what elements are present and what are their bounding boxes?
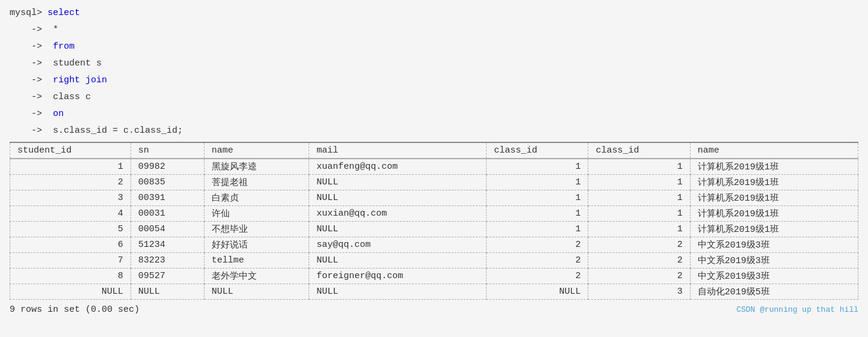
- table-cell: NULL: [309, 222, 487, 237]
- table-cell: 计算机系2019级1班: [690, 222, 858, 237]
- table-cell: 1: [487, 190, 588, 206]
- table-cell: 菩提老祖: [204, 175, 309, 190]
- table-cell: 计算机系2019级1班: [690, 190, 858, 206]
- table-cell: 51234: [131, 237, 204, 253]
- table-cell: 许仙: [204, 206, 309, 222]
- query-line-1: mysql> select: [10, 6, 858, 20]
- table-cell: 83223: [131, 253, 204, 269]
- table-cell: 2: [588, 237, 690, 253]
- table-cell: 不想毕业: [204, 222, 309, 237]
- table-cell: 2: [487, 269, 588, 284]
- table-cell: 8: [10, 269, 131, 284]
- col-header-class-id1: class_id: [487, 142, 588, 159]
- table-cell: 1: [487, 175, 588, 190]
- table-row: 783223tellmeNULL22中文系2019级3班: [10, 253, 858, 269]
- table-cell: 2: [588, 269, 690, 284]
- table-cell: xuxian@qq.com: [309, 206, 487, 222]
- col-header-mail: mail: [309, 142, 487, 159]
- table-cell: 5: [10, 222, 131, 237]
- table-cell: 1: [588, 175, 690, 190]
- table-cell: NULL: [204, 284, 309, 300]
- table-row: NULLNULLNULLNULLNULL3自动化2019级5班: [10, 284, 858, 300]
- terminal-window: mysql> select -> * -> from -> student s …: [0, 0, 868, 337]
- table-cell: NULL: [487, 284, 588, 300]
- table-cell: foreigner@qq.com: [309, 269, 487, 284]
- table-cell: 2: [487, 253, 588, 269]
- table-cell: NULL: [309, 190, 487, 206]
- table-cell: 1: [487, 206, 588, 222]
- table-cell: 3: [10, 190, 131, 206]
- table-cell: 7: [10, 253, 131, 269]
- col-header-name1: name: [204, 142, 309, 159]
- table-cell: 2: [487, 237, 588, 253]
- table-cell: 00054: [131, 222, 204, 237]
- query-line-7: -> on: [10, 107, 858, 121]
- table-cell: 00391: [131, 190, 204, 206]
- table-cell: 中文系2019级3班: [690, 269, 858, 284]
- table-cell: NULL: [309, 284, 487, 300]
- query-line-5: -> right join: [10, 73, 858, 88]
- table-cell: 中文系2019级3班: [690, 253, 858, 269]
- prompt-7: ->: [10, 109, 48, 119]
- col-header-student-id: student_id: [10, 142, 131, 159]
- table-cell: xuanfeng@qq.com: [309, 159, 487, 175]
- table-row: 651234好好说话say@qq.com22中文系2019级3班: [10, 237, 858, 253]
- table-cell: 1: [10, 159, 131, 175]
- table-cell: 00031: [131, 206, 204, 222]
- table-cell: 1: [588, 190, 690, 206]
- col-header-name2: name: [690, 142, 858, 159]
- table-cell: tellme: [204, 253, 309, 269]
- table-cell: 4: [10, 206, 131, 222]
- table-cell: 2: [10, 175, 131, 190]
- table-cell: 计算机系2019级1班: [690, 175, 858, 190]
- table-row: 400031许仙xuxian@qq.com11计算机系2019级1班: [10, 206, 858, 222]
- table-cell: 00835: [131, 175, 204, 190]
- prompt-4: ->: [10, 58, 48, 68]
- result-table: student_id sn name mail class_id class_i…: [10, 142, 858, 300]
- table-cell: 计算机系2019级1班: [690, 159, 858, 175]
- table-header-row: student_id sn name mail class_id class_i…: [10, 142, 858, 159]
- table-row: 809527老外学中文foreigner@qq.com22中文系2019级3班: [10, 269, 858, 284]
- table-cell: 老外学中文: [204, 269, 309, 284]
- table-cell: NULL: [131, 284, 204, 300]
- result-footer: 9 rows in set (0.00 sec) CSDN @running u…: [10, 305, 858, 315]
- result-table-container: student_id sn name mail class_id class_i…: [10, 142, 858, 300]
- prompt-6: ->: [10, 92, 48, 102]
- table-cell: NULL: [10, 284, 131, 300]
- table-cell: 1: [588, 206, 690, 222]
- query-line-8: -> s.class_id = c.class_id;: [10, 124, 858, 138]
- query-line-4: -> student s: [10, 56, 858, 71]
- table-cell: 计算机系2019级1班: [690, 206, 858, 222]
- table-cell: 中文系2019级3班: [690, 237, 858, 253]
- table-cell: NULL: [309, 175, 487, 190]
- query-line-3: -> from: [10, 40, 858, 54]
- table-cell: 6: [10, 237, 131, 253]
- table-cell: 3: [588, 284, 690, 300]
- table-row: 200835菩提老祖NULL11计算机系2019级1班: [10, 175, 858, 190]
- table-cell: 1: [588, 159, 690, 175]
- prompt-8: ->: [10, 126, 48, 136]
- prompt-3: ->: [10, 41, 48, 52]
- query-line-6: -> class c: [10, 90, 858, 105]
- table-row: 500054不想毕业NULL11计算机系2019级1班: [10, 222, 858, 237]
- table-cell: 1: [487, 159, 588, 175]
- table-cell: 1: [487, 222, 588, 237]
- table-row: 300391白素贞NULL11计算机系2019级1班: [10, 190, 858, 206]
- col-header-class-id2: class_id: [588, 142, 690, 159]
- table-cell: 黑旋风李逵: [204, 159, 309, 175]
- col-header-sn: sn: [131, 142, 204, 159]
- watermark: CSDN @running up that hill: [736, 305, 858, 314]
- table-cell: say@qq.com: [309, 237, 487, 253]
- table-cell: 1: [588, 222, 690, 237]
- table-cell: 09527: [131, 269, 204, 284]
- table-cell: NULL: [309, 253, 487, 269]
- query-line-2: -> *: [10, 23, 858, 37]
- table-cell: 自动化2019级5班: [690, 284, 858, 300]
- prompt-5: ->: [10, 75, 48, 85]
- result-count: 9 rows in set (0.00 sec): [10, 305, 140, 315]
- table-cell: 好好说话: [204, 237, 309, 253]
- table-row: 109982黑旋风李逵xuanfeng@qq.com11计算机系2019级1班: [10, 159, 858, 175]
- table-cell: 2: [588, 253, 690, 269]
- prompt-1: mysql>: [10, 8, 48, 18]
- table-cell: 白素贞: [204, 190, 309, 206]
